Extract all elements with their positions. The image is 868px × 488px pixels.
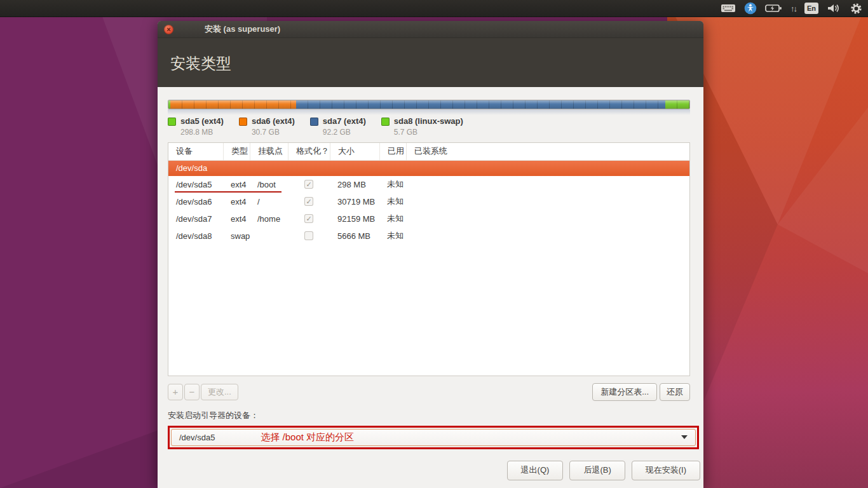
accessibility-icon[interactable] bbox=[744, 1, 757, 15]
cell-used: 未知 bbox=[379, 230, 406, 241]
column-header-used: 已用 bbox=[379, 143, 406, 160]
gear-icon[interactable] bbox=[850, 1, 862, 15]
partition-bar-reflection bbox=[168, 109, 690, 115]
legend-item: sda5 (ext4) 298.8 MB bbox=[168, 116, 224, 137]
add-partition-button[interactable]: + bbox=[168, 384, 183, 400]
format-checkbox-unchecked[interactable] bbox=[304, 231, 313, 240]
partition-table: 设备 类型 挂载点 格式化？ 大小 已用 已装系统 /dev/sda /dev/… bbox=[168, 142, 690, 376]
boot-device-select[interactable]: /dev/sda5 选择 /boot 对应的分区 bbox=[171, 429, 696, 446]
cell-type: ext4 bbox=[223, 214, 250, 224]
window-title: 安装 (as superuser) bbox=[205, 24, 280, 35]
legend-size: 92.2 GB bbox=[323, 128, 366, 137]
window-content: sda5 (ext4) 298.8 MB sda6 (ext4) 30.7 GB… bbox=[158, 87, 703, 488]
legend-label: sda6 (ext4) bbox=[252, 116, 295, 126]
format-checkbox-checked[interactable]: ✓ bbox=[304, 214, 313, 223]
color-swatch bbox=[168, 118, 176, 126]
cell-used: 未知 bbox=[379, 196, 406, 207]
cell-used: 未知 bbox=[379, 179, 406, 190]
annotation-text: 选择 /boot 对应的分区 bbox=[261, 431, 354, 444]
cell-device: /dev/sda5 bbox=[168, 180, 223, 189]
column-header-system: 已装系统 bbox=[406, 143, 689, 160]
table-row-sda6[interactable]: /dev/sda6 ext4 / ✓ 30719 MB 未知 bbox=[168, 193, 689, 210]
footer-buttons: 退出(Q) 后退(B) 现在安装(I) bbox=[168, 461, 700, 480]
cell-device: /dev/sda7 bbox=[168, 214, 223, 224]
column-header-device: 设备 bbox=[168, 143, 223, 160]
revert-button[interactable]: 还原 bbox=[660, 383, 690, 401]
table-header: 设备 类型 挂载点 格式化？ 大小 已用 已装系统 bbox=[168, 143, 689, 161]
language-indicator[interactable]: En bbox=[804, 3, 818, 14]
top-menubar: ↑↓ En bbox=[0, 0, 868, 17]
table-row-sda7[interactable]: /dev/sda7 ext4 /home ✓ 92159 MB 未知 bbox=[168, 210, 689, 227]
titlebar: × 安装 (as superuser) bbox=[158, 21, 703, 38]
table-row-disk-selected[interactable]: /dev/sda bbox=[168, 161, 689, 176]
cell-type: swap bbox=[223, 231, 250, 241]
column-header-mountpoint: 挂载点 bbox=[250, 143, 288, 160]
legend-label: sda8 (linux-swap) bbox=[394, 116, 463, 126]
window-header: × 安装 (as superuser) 安装类型 bbox=[158, 21, 703, 87]
chevron-down-icon bbox=[681, 435, 688, 439]
cell-type: ext4 bbox=[223, 197, 250, 207]
annotation-underline bbox=[175, 191, 281, 193]
format-checkbox-checked[interactable]: ✓ bbox=[304, 197, 313, 206]
partition-segment-sda7 bbox=[296, 100, 665, 109]
cell-mountpoint: /home bbox=[250, 214, 288, 224]
cell-size: 30719 MB bbox=[330, 197, 379, 207]
table-row-sda8[interactable]: /dev/sda8 swap 5666 MB 未知 bbox=[168, 227, 689, 245]
cell-size: 298 MB bbox=[330, 180, 379, 189]
close-icon: × bbox=[166, 26, 170, 33]
legend-size: 5.7 GB bbox=[394, 128, 463, 137]
cell-mountpoint: /boot bbox=[250, 180, 288, 189]
new-partition-table-button[interactable]: 新建分区表... bbox=[592, 383, 657, 401]
annotation-rectangle: /dev/sda5 选择 /boot 对应的分区 bbox=[168, 426, 699, 449]
legend-item: sda8 (linux-swap) 5.7 GB bbox=[381, 116, 463, 137]
close-button[interactable]: × bbox=[164, 25, 173, 34]
partition-toolbar: + − 更改... 新建分区表... 还原 bbox=[168, 383, 690, 401]
color-swatch bbox=[239, 118, 247, 126]
cell-size: 5666 MB bbox=[330, 231, 379, 241]
install-now-button[interactable]: 现在安装(I) bbox=[632, 461, 700, 480]
column-header-type: 类型 bbox=[223, 143, 250, 160]
partition-segment-sda8 bbox=[665, 100, 689, 109]
updown-arrows-icon[interactable]: ↑↓ bbox=[790, 1, 796, 15]
column-header-format: 格式化？ bbox=[288, 143, 330, 160]
color-swatch bbox=[310, 118, 318, 126]
table-row-sda5[interactable]: /dev/sda5 ext4 /boot ✓ 298 MB 未知 bbox=[168, 176, 689, 193]
boot-device-value: /dev/sda5 bbox=[179, 433, 215, 442]
keyboard-icon[interactable] bbox=[721, 1, 736, 15]
quit-button[interactable]: 退出(Q) bbox=[507, 461, 564, 480]
page-title: 安装类型 bbox=[158, 38, 703, 74]
legend-item: sda6 (ext4) 30.7 GB bbox=[239, 116, 295, 137]
partition-legend: sda5 (ext4) 298.8 MB sda6 (ext4) 30.7 GB… bbox=[168, 116, 693, 137]
installer-window: × 安装 (as superuser) 安装类型 sda5 (ext4) 298… bbox=[158, 21, 703, 488]
partition-bar bbox=[168, 100, 690, 109]
cell-device: /dev/sda6 bbox=[168, 197, 223, 207]
cell-device: /dev/sda8 bbox=[168, 231, 223, 241]
back-button[interactable]: 后退(B) bbox=[569, 461, 625, 480]
column-header-size: 大小 bbox=[330, 143, 379, 160]
cell-used: 未知 bbox=[379, 213, 406, 224]
legend-label: sda5 (ext4) bbox=[180, 116, 224, 126]
color-swatch bbox=[381, 118, 390, 126]
volume-icon[interactable] bbox=[827, 1, 842, 15]
change-partition-button[interactable]: 更改... bbox=[201, 384, 238, 400]
remove-partition-button[interactable]: − bbox=[184, 384, 200, 400]
cell-mountpoint: / bbox=[250, 197, 288, 207]
battery-icon[interactable] bbox=[765, 1, 782, 15]
legend-label: sda7 (ext4) bbox=[323, 116, 366, 126]
legend-item: sda7 (ext4) 92.2 GB bbox=[310, 116, 366, 137]
format-checkbox-checked[interactable]: ✓ bbox=[304, 180, 313, 189]
partition-segment-sda6 bbox=[170, 100, 296, 109]
legend-size: 298.8 MB bbox=[180, 128, 224, 137]
legend-size: 30.7 GB bbox=[252, 128, 295, 137]
cell-type: ext4 bbox=[223, 180, 250, 189]
cell-size: 92159 MB bbox=[330, 214, 379, 224]
bootloader-device-label: 安装启动引导器的设备： bbox=[168, 410, 693, 421]
